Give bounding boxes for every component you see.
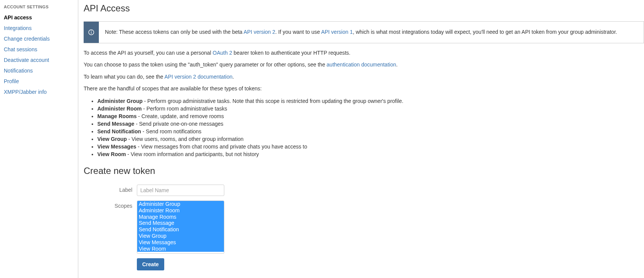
label-input[interactable] [137, 185, 224, 196]
sidebar-item-notifications[interactable]: Notifications [4, 65, 74, 76]
list-item: View Group - View users, rooms, and othe… [97, 135, 644, 143]
list-item: Administer Group - Perform group adminis… [97, 97, 644, 105]
info-text: Note: These access tokens can only be us… [99, 22, 623, 43]
scope-option[interactable]: Administer Group [137, 201, 224, 207]
auth-doc-link[interactable]: authentication documentation [327, 62, 396, 68]
scopes-select[interactable]: Administer Group Administer Room Manage … [137, 201, 224, 254]
scopes-field-label: Scopes [84, 201, 137, 209]
scope-option[interactable]: Send Notification [137, 226, 224, 233]
list-item: Send Message - Send private one-on-one m… [97, 120, 644, 128]
list-item: Manage Rooms - Create, update, and remov… [97, 112, 644, 120]
info-box: Note: These access tokens can only be us… [84, 21, 644, 43]
api-v2-link[interactable]: API version 2 [244, 29, 275, 35]
list-item: Send Notification - Send room notificati… [97, 128, 644, 135]
paragraph-auth-token: You can choose to pass the token using t… [84, 61, 644, 69]
api-v1-link[interactable]: API version 1 [321, 29, 353, 35]
sidebar-item-chat-sessions[interactable]: Chat sessions [4, 44, 74, 55]
scope-option[interactable]: View Group [137, 233, 224, 239]
paragraph-scopes-intro: There are the handful of scopes that are… [84, 85, 644, 93]
scope-option[interactable]: Manage Rooms [137, 214, 224, 220]
svg-point-2 [91, 31, 92, 31]
form-row-label: Label [84, 185, 644, 196]
sidebar-item-change-credentials[interactable]: Change credentials [4, 33, 74, 44]
paragraph-learn: To learn what you can do, see the API ve… [84, 73, 644, 81]
sidebar-item-deactivate-account[interactable]: Deactivate account [4, 55, 74, 65]
api-v2-doc-link[interactable]: API version 2 documentation [164, 74, 232, 80]
sidebar: ACCOUNT SETTINGS API access Integrations… [0, 0, 78, 278]
note-text-mid1: . If you want to use [275, 29, 321, 35]
sidebar-item-profile[interactable]: Profile [4, 76, 74, 87]
page-title: API Access [84, 3, 644, 14]
form-row-scopes: Scopes Administer Group Administer Room … [84, 201, 644, 254]
scope-list: Administer Group - Perform group adminis… [97, 97, 644, 158]
sidebar-heading: ACCOUNT SETTINGS [4, 3, 74, 12]
sidebar-item-api-access[interactable]: API access [4, 12, 74, 23]
sidebar-item-integrations[interactable]: Integrations [4, 23, 74, 33]
create-button[interactable]: Create [137, 258, 164, 270]
main-content: API Access Note: These access tokens can… [78, 0, 644, 278]
note-text-mid2: , which is what most integrations today … [353, 29, 617, 35]
note-text-prefix: Note: These access tokens can only be us… [105, 29, 244, 35]
scope-option[interactable]: View Room [137, 246, 224, 252]
scope-option[interactable]: Administer Room [137, 207, 224, 214]
list-item: View Room - View room information and pa… [97, 150, 644, 158]
oauth2-link[interactable]: OAuth 2 [213, 50, 232, 56]
list-item: Administer Room - Perform room administr… [97, 105, 644, 112]
paragraph-oauth: To access the API as yourself, you can u… [84, 49, 644, 57]
scope-option[interactable]: View Messages [137, 239, 224, 246]
create-token-title: Create new token [84, 166, 644, 176]
sidebar-item-xmpp-jabber[interactable]: XMPP/Jabber info [4, 87, 74, 97]
info-icon [84, 22, 99, 43]
scope-option[interactable]: Send Message [137, 220, 224, 226]
list-item: View Messages - View messages from chat … [97, 143, 644, 150]
label-field-label: Label [84, 185, 137, 193]
